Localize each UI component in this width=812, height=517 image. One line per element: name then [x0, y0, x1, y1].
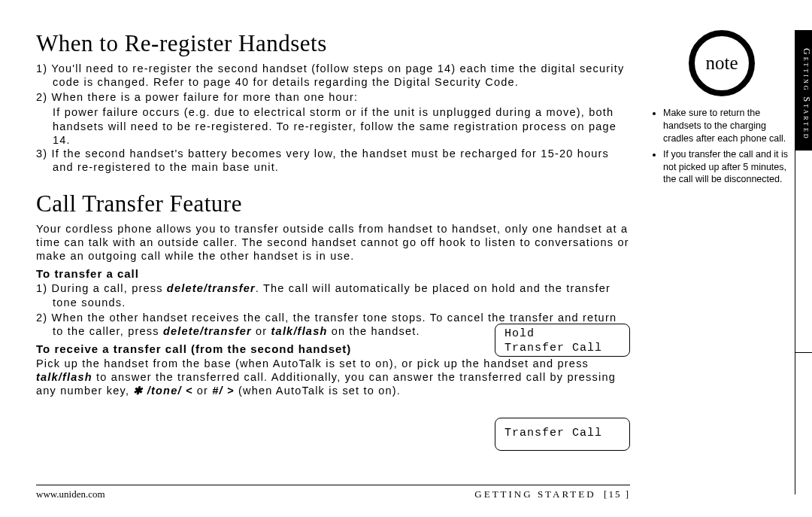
- list-item: 2) When there is a power failure for mor…: [36, 90, 630, 104]
- list-item: 3) If the second handset's battery becom…: [36, 147, 630, 174]
- list-sub: If power failure occurs (e.g. due to ele…: [36, 105, 630, 146]
- note-sidebar: note Make sure to return the handsets to…: [654, 30, 789, 189]
- list-item: 1) You'll need to re-register the second…: [36, 62, 630, 89]
- keyword: ✱ /tone/ <: [133, 385, 192, 397]
- footer-section: GETTING STARTED [15 ]: [474, 488, 630, 500]
- heading-call-transfer: Call Transfer Feature: [36, 190, 630, 217]
- keyword: delete/transfer: [167, 282, 256, 294]
- note-icon: note: [689, 30, 755, 96]
- lcd-line: Transfer Call: [504, 427, 620, 441]
- lcd-display-transfer: Transfer Call: [495, 418, 630, 451]
- keyword: talk/flash: [36, 371, 92, 383]
- note-item: If you transfer the call and it is not p…: [663, 148, 789, 187]
- lcd-display-hold: Hold Transfer Call: [495, 324, 630, 357]
- intro-paragraph: Your cordless phone allows you to transf…: [36, 222, 630, 263]
- keyword: talk/flash: [271, 325, 328, 337]
- footer-url: www.uniden.com: [36, 488, 105, 500]
- lcd-line: Hold: [504, 327, 620, 342]
- list-item: 1) During a call, press delete/transfer.…: [36, 281, 630, 309]
- receive-paragraph: Pick up the handset from the base (when …: [36, 357, 630, 397]
- side-tick: [795, 352, 812, 353]
- keyword: #/ >: [212, 385, 234, 397]
- heading-reregister: When to Re-register Handsets: [36, 30, 630, 57]
- page-footer: www.uniden.com GETTING STARTED [15 ]: [36, 485, 630, 500]
- lcd-line: Transfer Call: [504, 342, 620, 356]
- subheading-transfer: To transfer a call: [36, 267, 630, 280]
- note-item: Make sure to return the handsets to the …: [663, 107, 789, 145]
- side-tab: Getting Started: [795, 30, 812, 151]
- keyword: delete/transfer: [163, 325, 252, 337]
- vertical-divider: [795, 30, 795, 494]
